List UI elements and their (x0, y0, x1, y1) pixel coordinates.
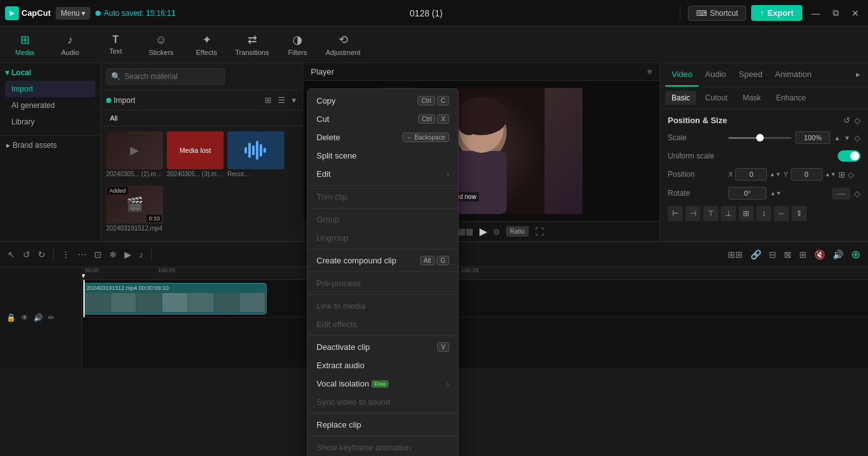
distribute-h-button[interactable]: ↔ (774, 206, 789, 221)
split-button[interactable]: ⋮ (59, 248, 73, 261)
lock-track-button[interactable]: 🔒 (5, 312, 17, 323)
tab-audio[interactable]: Audio (699, 63, 732, 87)
tool-filters[interactable]: ◑ Filters (275, 28, 320, 61)
list-item[interactable]: Added 0:10 🎬 202403191512.mp4 (106, 186, 163, 236)
play-track-button[interactable]: ▶ (122, 248, 134, 261)
align-left-button[interactable]: ⊢ (668, 206, 683, 221)
close-button[interactable]: ✕ (848, 7, 863, 20)
rotate-stepper[interactable]: ▲▼ (770, 190, 781, 196)
y-input[interactable] (791, 168, 823, 181)
subtab-cutout[interactable]: Cutout (699, 91, 733, 105)
ctx-split-scene[interactable]: Split scene (308, 147, 458, 165)
audio-track-button[interactable]: ♪ (136, 248, 146, 261)
scale-value-input[interactable] (795, 131, 830, 144)
restore-button[interactable]: ⧉ (829, 6, 843, 20)
edit-track-button[interactable]: ✏ (47, 312, 56, 323)
align-center-v-button[interactable]: ⊞ (738, 206, 754, 221)
y-stepper[interactable]: ▲▼ (825, 171, 836, 177)
ctx-extract-audio[interactable]: Extract audio (308, 356, 458, 375)
search-input[interactable] (106, 68, 225, 85)
local-header[interactable]: ▾ Local (5, 68, 95, 77)
zoom-fit-button[interactable]: ⊞⊞ (725, 248, 745, 261)
delete-button[interactable]: ⋯ (75, 248, 89, 261)
scale-keyframe-icon[interactable]: ◇ (854, 133, 860, 143)
align-top-button[interactable]: ⊥ (721, 206, 736, 221)
tool-transitions[interactable]: ⇄ Transitions (230, 28, 274, 61)
tool-stickers[interactable]: ☺ Stickers (139, 28, 183, 61)
import-button[interactable]: Import (106, 96, 135, 105)
tool-media[interactable]: ⊞ Media (3, 28, 47, 61)
ctx-replace-clip[interactable]: Replace clip (308, 416, 458, 434)
x-stepper-up[interactable]: ▲▼ (769, 171, 781, 177)
position-keyframe-icon[interactable]: ◇ (848, 170, 854, 179)
tab-speed[interactable]: Speed (732, 63, 769, 87)
tool-adjustment[interactable]: ⟲ Adjustment (321, 28, 365, 61)
undo-button[interactable]: ↺ (20, 248, 33, 261)
ctx-deactivate[interactable]: Deactivate clip V (308, 338, 458, 356)
cursor-tool-button[interactable]: ↖ (5, 248, 18, 261)
ctx-create-compound[interactable]: Create compound clip Alt G (308, 251, 458, 270)
fullscreen-icon[interactable]: ⛶ (535, 227, 544, 237)
brand-assets-section[interactable]: ▸ Brand assets (0, 136, 100, 155)
minimize-button[interactable]: — (807, 7, 824, 20)
video-clip[interactable]: 202403191512.mp4 00:00:09:10 (83, 283, 267, 315)
tab-video[interactable]: Video (665, 63, 699, 87)
scale-slider-thumb[interactable] (756, 134, 764, 141)
mute-button[interactable]: 🔇 (812, 248, 828, 261)
sort-button[interactable]: ▾ (291, 94, 298, 106)
player-menu-icon[interactable]: ≡ (647, 67, 652, 76)
freeze-button[interactable]: ❄ (107, 248, 119, 261)
preview-button[interactable]: ⊞ (797, 248, 809, 261)
scale-up-icon[interactable]: ▲ (834, 135, 840, 141)
import-nav-item[interactable]: Import (5, 81, 95, 97)
library-nav-item[interactable]: Library (5, 114, 95, 130)
shortcut-button[interactable]: ⌨ Shortcut (688, 6, 747, 21)
split-audio-button[interactable]: ⊟ (766, 248, 779, 261)
link-clips-button[interactable]: 🔗 (748, 248, 764, 261)
rotate-input[interactable] (728, 187, 766, 200)
uniform-scale-toggle[interactable] (838, 150, 860, 162)
export-button[interactable]: ↑ Export (751, 5, 802, 21)
rotate-minus-icon[interactable]: — (832, 188, 850, 200)
align-right-button[interactable]: ⊤ (703, 206, 718, 221)
hide-track-button[interactable]: 👁 (20, 312, 30, 323)
ctx-vocal-isolation[interactable]: Vocal isolation Free › (308, 375, 458, 393)
x-input[interactable] (735, 168, 767, 181)
speaker-button[interactable]: 🔊 (830, 248, 846, 261)
ctx-delete[interactable]: Delete ← Backspace (308, 128, 458, 147)
menu-button[interactable]: Menu ▾ (56, 7, 90, 20)
mute-track-button[interactable]: 🔊 (32, 312, 44, 323)
ratio-button[interactable]: Ratio (506, 226, 528, 237)
tool-text[interactable]: T Text (93, 28, 138, 61)
list-item[interactable]: Recor... (227, 131, 284, 182)
tab-animation[interactable]: Animation (769, 63, 818, 87)
reset-icon[interactable]: ↺ (843, 116, 850, 125)
grid-view-button[interactable]: ⊞ (263, 94, 273, 106)
playhead[interactable] (83, 280, 85, 317)
distribute-v-button[interactable]: ⇕ (792, 206, 807, 221)
list-view-button[interactable]: ☰ (277, 94, 287, 106)
more-tabs-icon[interactable]: ▸ (853, 63, 863, 87)
position-link-icon[interactable]: ⊞ (838, 170, 845, 179)
align-center-h-button[interactable]: ⊣ (685, 206, 701, 221)
play-button[interactable]: ▶ (479, 225, 487, 237)
list-item[interactable]: Media lost 20240305... (3).mp4 (167, 131, 224, 182)
subtab-enhance[interactable]: Enhance (769, 91, 812, 105)
redo-button[interactable]: ↻ (35, 248, 48, 261)
ai-generated-nav-item[interactable]: AI generated (5, 97, 95, 114)
scale-down-icon[interactable]: ▼ (844, 135, 850, 141)
ctx-copy[interactable]: Copy Ctrl C (308, 92, 458, 110)
subtab-basic[interactable]: Basic (665, 91, 696, 105)
keyframe-icon[interactable]: ◇ (854, 116, 860, 125)
subtab-mask[interactable]: Mask (737, 91, 768, 105)
tool-effects[interactable]: ✦ Effects (184, 28, 229, 61)
list-item[interactable]: ▶ 20240305... (2).mp4 (106, 131, 163, 182)
align-bottom-button[interactable]: ↕ (756, 206, 771, 221)
ctx-edit[interactable]: Edit › (308, 165, 458, 183)
tool-audio[interactable]: ♪ Audio (48, 28, 92, 61)
crop-button[interactable]: ⊡ (92, 248, 104, 261)
add-track-button[interactable]: ⊕ (848, 246, 863, 263)
scale-slider[interactable] (728, 137, 792, 139)
tab-all[interactable]: All (106, 113, 121, 123)
screenshot-icon[interactable]: ⊙ (493, 227, 500, 236)
